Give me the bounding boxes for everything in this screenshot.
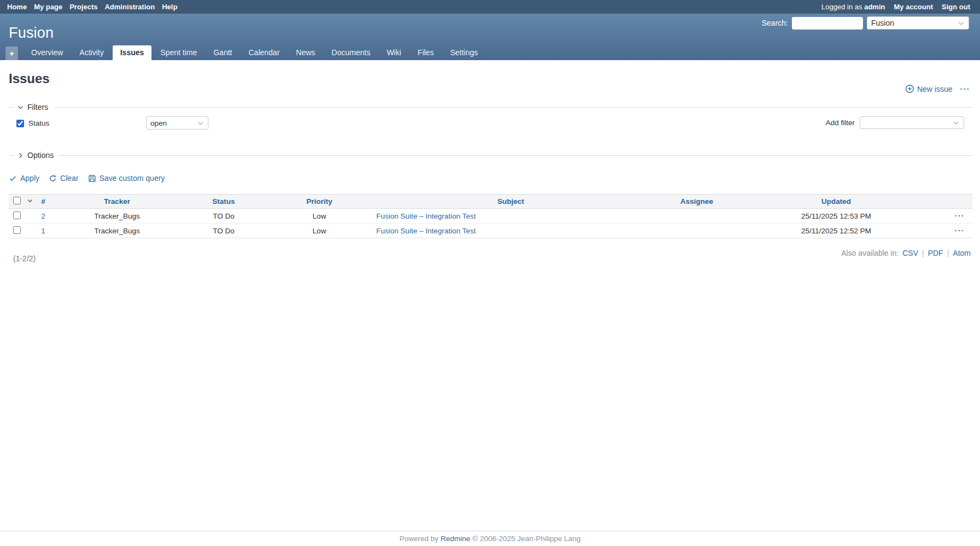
table-row: 2Tracker_BugsTO DoLowFusion Suite – Inte…: [9, 209, 972, 224]
menu-my-page[interactable]: My page: [34, 3, 62, 11]
chevron-down-icon: [197, 120, 204, 127]
tab-documents[interactable]: Documents: [324, 45, 378, 60]
pagination-info: (1-2/2): [13, 254, 971, 263]
apply-button[interactable]: Apply: [9, 174, 39, 183]
menu-help[interactable]: Help: [162, 3, 177, 11]
filters-body: Status open Add filter: [9, 111, 971, 140]
project-jump-value: Fusion: [871, 19, 894, 27]
export-prefix-label: Also available in:: [841, 249, 899, 257]
issue-tracker: Tracker_Bugs: [51, 209, 183, 224]
tab-activity[interactable]: Activity: [72, 45, 111, 60]
status-filter-checkbox[interactable]: [16, 120, 24, 127]
collapse-chevron-down-icon[interactable]: [17, 104, 24, 111]
my-account-link[interactable]: My account: [894, 3, 933, 11]
column-header-status[interactable]: Status: [212, 197, 235, 206]
powered-by-label: Powered by: [400, 535, 439, 543]
export-csv-link[interactable]: CSV: [902, 249, 918, 257]
status-operator-select[interactable]: open: [146, 116, 208, 130]
export-atom-link[interactable]: Atom: [953, 249, 971, 257]
quick-search: Search: Fusion: [762, 16, 969, 30]
column-header-tracker[interactable]: Tracker: [104, 197, 130, 206]
add-tab-button[interactable]: +: [5, 46, 18, 60]
tab-news[interactable]: News: [288, 45, 323, 60]
filters-legend: Filters: [9, 103, 971, 111]
chevron-down-icon: [953, 119, 960, 126]
issue-status: TO Do: [183, 224, 265, 238]
tab-overview[interactable]: Overview: [24, 45, 71, 60]
issue-assignee: [648, 224, 746, 238]
tab-wiki[interactable]: Wiki: [379, 45, 409, 60]
issue-subject-link[interactable]: Fusion Suite – Integration Test: [376, 227, 476, 235]
top-menu-bar: Home My page Projects Administration Hel…: [0, 0, 980, 14]
logged-in-status: Logged in as admin: [821, 3, 885, 11]
save-custom-query-button[interactable]: Save custom query: [88, 174, 165, 183]
tab-calendar[interactable]: Calendar: [241, 45, 287, 60]
issue-subject-link[interactable]: Fusion Suite – Integration Test: [376, 212, 476, 220]
divider: [9, 107, 14, 108]
tab-settings[interactable]: Settings: [442, 45, 486, 60]
column-header-subject[interactable]: Subject: [498, 197, 524, 206]
row-actions-button[interactable]: ···: [955, 226, 965, 235]
query-buttons: Apply Clear Save custom query: [9, 174, 971, 183]
filters-legend-label[interactable]: Filters: [27, 103, 48, 111]
project-header: Fusion Search: Fusion + Overview Activit…: [0, 14, 980, 60]
options-legend: Options: [9, 151, 971, 160]
menu-projects[interactable]: Projects: [69, 3, 97, 11]
add-filter-label: Add filter: [826, 119, 855, 127]
issue-id-link[interactable]: 2: [41, 212, 45, 220]
separator: |: [947, 249, 949, 257]
issue-id-link[interactable]: 1: [41, 227, 45, 235]
divider: [59, 155, 971, 156]
issue-assignee: [648, 209, 746, 224]
export-pdf-link[interactable]: PDF: [928, 249, 943, 257]
divider: [54, 107, 971, 108]
column-header-id[interactable]: #: [41, 197, 45, 206]
divider: [9, 155, 14, 156]
add-filter-select[interactable]: [860, 116, 964, 129]
search-input[interactable]: [792, 17, 863, 30]
row-select-checkbox[interactable]: [13, 226, 21, 234]
select-all-checkbox[interactable]: [13, 197, 21, 204]
column-header-assignee[interactable]: Assignee: [680, 197, 713, 206]
issue-updated: 25/11/2025 12:52 PM: [746, 224, 926, 238]
collapse-chevron-right-icon[interactable]: [17, 152, 24, 159]
redmine-link[interactable]: Redmine: [441, 535, 470, 543]
menu-administration[interactable]: Administration: [104, 3, 155, 11]
column-header-updated[interactable]: Updated: [821, 197, 851, 206]
issue-priority: Low: [265, 224, 374, 238]
new-issue-button[interactable]: New issue: [905, 84, 953, 93]
sign-out-link[interactable]: Sign out: [942, 3, 970, 11]
issue-status: TO Do: [183, 209, 265, 224]
project-tabs: + Overview Activity Issues Spent time Ga…: [5, 45, 486, 60]
export-links: Also available in: CSV | PDF | Atom: [841, 249, 971, 257]
project-title: Fusion: [9, 25, 54, 42]
footer: Powered by Redmine © 2006-2025 Jean-Phil…: [0, 531, 980, 546]
save-icon: [88, 174, 96, 183]
contextual-actions: New issue ···: [905, 84, 970, 93]
search-label: Search:: [762, 19, 788, 27]
chevron-down-icon: [958, 20, 965, 27]
reload-icon: [49, 174, 57, 183]
tab-issues[interactable]: Issues: [113, 45, 152, 60]
row-select-checkbox[interactable]: [13, 212, 21, 219]
plus-circle-icon: [905, 84, 914, 93]
clear-button[interactable]: Clear: [49, 174, 78, 183]
options-legend-label[interactable]: Options: [27, 151, 54, 160]
tab-files[interactable]: Files: [410, 45, 442, 60]
tab-spent-time[interactable]: Spent time: [153, 45, 205, 60]
status-filter-label: Status: [28, 119, 49, 127]
page-title: Issues: [9, 71, 971, 86]
separator: |: [922, 249, 924, 257]
column-header-priority[interactable]: Priority: [306, 197, 332, 206]
copyright-label: © 2006-2025 Jean-Philippe Lang: [472, 535, 581, 543]
username: admin: [864, 3, 885, 11]
issue-tracker: Tracker_Bugs: [51, 224, 183, 238]
page-more-menu-button[interactable]: ···: [960, 85, 971, 93]
tab-gantt[interactable]: Gantt: [206, 45, 240, 60]
row-actions-button[interactable]: ···: [955, 212, 965, 220]
table-row: 1Tracker_BugsTO DoLowFusion Suite – Inte…: [9, 224, 972, 238]
issues-table: # Tracker Status Priority Subject Assign…: [9, 194, 972, 238]
table-menu-chevron-down-icon[interactable]: [25, 195, 35, 209]
menu-home[interactable]: Home: [7, 3, 27, 11]
project-jump-select[interactable]: Fusion: [867, 16, 969, 30]
